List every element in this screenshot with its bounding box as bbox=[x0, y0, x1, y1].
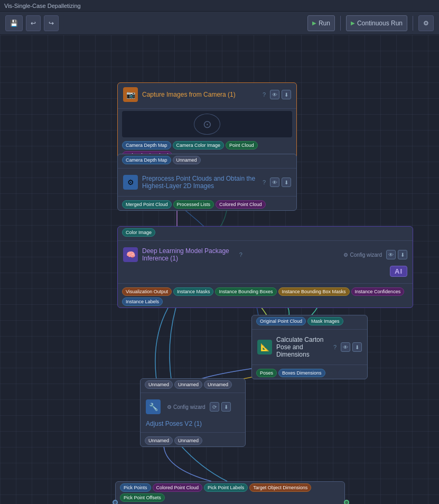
preprocess-down-btn[interactable]: ⬇ bbox=[282, 178, 291, 187]
save-button[interactable]: 💾 bbox=[5, 15, 23, 31]
settings-icon: ⚙ bbox=[423, 20, 429, 27]
dl-help-icon[interactable]: ? bbox=[239, 251, 242, 258]
camera-preview: ⊙ bbox=[194, 114, 220, 135]
run-button[interactable]: ▶ Run bbox=[307, 15, 335, 31]
port-instance-bbox[interactable]: Instance Bounding Boxes bbox=[215, 287, 276, 296]
port-pick-points[interactable]: Pick Points bbox=[120, 483, 151, 492]
adjust-node-icon: 🔧 bbox=[146, 399, 161, 414]
dl-view-btn[interactable]: 👁 bbox=[386, 250, 396, 259]
port-instance-bbox-masks[interactable]: Instance Bounding Box Masks bbox=[278, 287, 350, 296]
port-out-unnamed-2[interactable]: Unnamed bbox=[174, 436, 202, 445]
config-wizard-label: Config wizard bbox=[350, 252, 382, 258]
workflow-canvas[interactable]: 📷 Capture Images from Camera (1) ? 👁 ⬇ ⊙… bbox=[0, 35, 439, 504]
capture-node[interactable]: 📷 Capture Images from Camera (1) ? 👁 ⬇ ⊙… bbox=[117, 82, 297, 162]
port-in-mask-images[interactable]: Mask Images bbox=[307, 317, 343, 325]
port-viz-output[interactable]: Visualization Output bbox=[122, 287, 172, 296]
capture-node-icon: 📷 bbox=[123, 87, 138, 102]
output-right-connector[interactable] bbox=[344, 500, 349, 504]
port-out-unnamed-1[interactable]: Unnamed bbox=[145, 436, 173, 445]
calc-node-title: Calculate Carton Pose and Dimensions bbox=[276, 336, 329, 358]
adjust-config-wizard-label: Config wizard bbox=[173, 404, 206, 410]
dl-down-btn[interactable]: ⬇ bbox=[398, 250, 407, 259]
adjust-config-wizard[interactable]: ⚙ Config wizard bbox=[167, 404, 206, 410]
preprocess-node[interactable]: Camera Depth Map Unnamed ⚙ Preprocess Po… bbox=[117, 154, 297, 211]
calc-view-btn[interactable]: 👁 bbox=[341, 342, 350, 352]
calc-help-icon[interactable]: ? bbox=[333, 344, 337, 350]
redo-button[interactable]: ↪ bbox=[44, 15, 59, 31]
port-camera-color-image[interactable]: Camera Color Image bbox=[173, 141, 225, 150]
port-in-unnamed-3[interactable]: Unnamed bbox=[204, 380, 232, 389]
adjust-divider2 bbox=[141, 432, 245, 433]
continuous-play-icon: ▶ bbox=[351, 20, 355, 26]
dl-divider2 bbox=[118, 283, 413, 284]
calc-down-btn[interactable]: ⬇ bbox=[352, 342, 362, 352]
output-left-connector[interactable] bbox=[113, 500, 118, 504]
port-in-camera-depth-map[interactable]: Camera Depth Map bbox=[122, 156, 171, 164]
adjust-node-title: Adjust Poses V2 (1) bbox=[146, 420, 202, 427]
port-instance-masks[interactable]: Instance Masks bbox=[173, 287, 214, 296]
adjust-node[interactable]: Unnamed Unnamed Unnamed 🔧 ⚙ Config wizar… bbox=[140, 378, 246, 447]
output-input-ports: Pick Points Colored Point Cloud Pick Poi… bbox=[116, 482, 344, 503]
dl-config-wizard[interactable]: ⚙ Config wizard bbox=[343, 252, 382, 258]
adjust-down-btn[interactable]: ⬇ bbox=[221, 402, 231, 412]
port-point-cloud[interactable]: Point Cloud bbox=[226, 141, 258, 150]
calc-input-ports: Original Point Cloud Mask Images bbox=[252, 315, 367, 327]
port-colored-point-cloud-out[interactable]: Colored Point Cloud bbox=[216, 200, 266, 209]
continuous-run-button[interactable]: ▶ Continuous Run bbox=[346, 15, 407, 31]
adjust-node-controls: ⟳ ⬇ bbox=[210, 402, 231, 412]
capture-down-btn[interactable]: ⬇ bbox=[282, 90, 291, 99]
adjust-divider bbox=[141, 393, 245, 393]
port-in-color-image[interactable]: Color Image bbox=[122, 228, 155, 237]
calc-output-ports: Poses Boxes Dimensions bbox=[252, 367, 367, 379]
preprocess-divider2 bbox=[118, 196, 296, 197]
port-in-unnamed-1[interactable]: Unnamed bbox=[145, 380, 173, 389]
settings-button[interactable]: ⚙ bbox=[418, 15, 434, 31]
preprocess-divider bbox=[118, 168, 296, 169]
calc-node-controls: 👁 ⬇ bbox=[341, 342, 362, 352]
port-instance-labels[interactable]: Instance Labels bbox=[122, 297, 163, 306]
dl-divider bbox=[118, 240, 413, 241]
calc-divider bbox=[252, 329, 367, 330]
port-pick-point-offsets[interactable]: Pick Point Offsets bbox=[120, 493, 165, 502]
toolbar-separator-2 bbox=[413, 16, 413, 31]
undo-icon: ↩ bbox=[31, 20, 36, 27]
dl-node-title: Deep Learning Model Package Inference (1… bbox=[142, 247, 235, 262]
dl-node-icon: 🧠 bbox=[123, 247, 138, 262]
titlebar: Vis-Single-Case Depalletizing bbox=[0, 0, 439, 12]
capture-node-title: Capture Images from Camera (1) bbox=[142, 91, 258, 98]
toolbar: 💾 ↩ ↪ ▶ Run ▶ Continuous Run ⚙ bbox=[0, 12, 439, 35]
adjust-input-ports: Unnamed Unnamed Unnamed bbox=[141, 379, 245, 390]
run-label: Run bbox=[319, 20, 330, 27]
port-instance-conf[interactable]: Instance Confidences bbox=[351, 287, 405, 296]
preprocess-node-controls: 👁 ⬇ bbox=[270, 178, 291, 187]
port-in-orig-point-cloud[interactable]: Original Point Cloud bbox=[256, 317, 306, 325]
port-in-unnamed-2[interactable]: Unnamed bbox=[174, 380, 202, 389]
capture-view-btn[interactable]: 👁 bbox=[270, 90, 279, 99]
dl-output-ports: Visualization Output Instance Masks Inst… bbox=[118, 286, 413, 307]
undo-button[interactable]: ↩ bbox=[26, 15, 41, 31]
port-processed-lists[interactable]: Processed Lists bbox=[173, 200, 214, 209]
port-in-unnamed[interactable]: Unnamed bbox=[173, 156, 201, 164]
capture-divider bbox=[118, 108, 296, 109]
preprocess-help-icon[interactable]: ? bbox=[263, 179, 266, 185]
port-poses[interactable]: Poses bbox=[256, 369, 277, 377]
output-node[interactable]: Pick Points Colored Point Cloud Pick Poi… bbox=[115, 481, 345, 504]
calculate-node[interactable]: Original Point Cloud Mask Images 📐 Calcu… bbox=[251, 315, 368, 379]
port-colored-point-cloud-in[interactable]: Colored Point Cloud bbox=[153, 483, 203, 492]
preprocess-node-icon: ⚙ bbox=[123, 175, 138, 190]
preprocess-output-ports: Merged Point Cloud Processed Lists Color… bbox=[118, 199, 296, 210]
config-gear-icon: ⚙ bbox=[343, 252, 348, 258]
port-pick-point-labels[interactable]: Pick Point Labels bbox=[204, 483, 248, 492]
preprocess-view-btn[interactable]: 👁 bbox=[270, 178, 279, 187]
preprocess-node-title: Preprocess Point Clouds and Obtain the H… bbox=[142, 175, 258, 190]
redo-icon: ↪ bbox=[49, 20, 54, 27]
capture-help-icon[interactable]: ? bbox=[263, 91, 266, 98]
port-camera-depth-map[interactable]: Camera Depth Map bbox=[122, 141, 171, 150]
title-text: Vis-Single-Case Depalletizing bbox=[4, 3, 81, 9]
adjust-view-btn[interactable]: ⟳ bbox=[210, 402, 219, 412]
port-boxes-dim[interactable]: Boxes Dimensions bbox=[278, 369, 325, 377]
port-target-obj-dim[interactable]: Target Object Dimensions bbox=[249, 483, 311, 492]
calc-divider2 bbox=[252, 365, 367, 365]
port-merged-point-cloud[interactable]: Merged Point Cloud bbox=[122, 200, 172, 209]
deeplearning-node[interactable]: Color Image 🧠 Deep Learning Model Packag… bbox=[117, 226, 413, 308]
